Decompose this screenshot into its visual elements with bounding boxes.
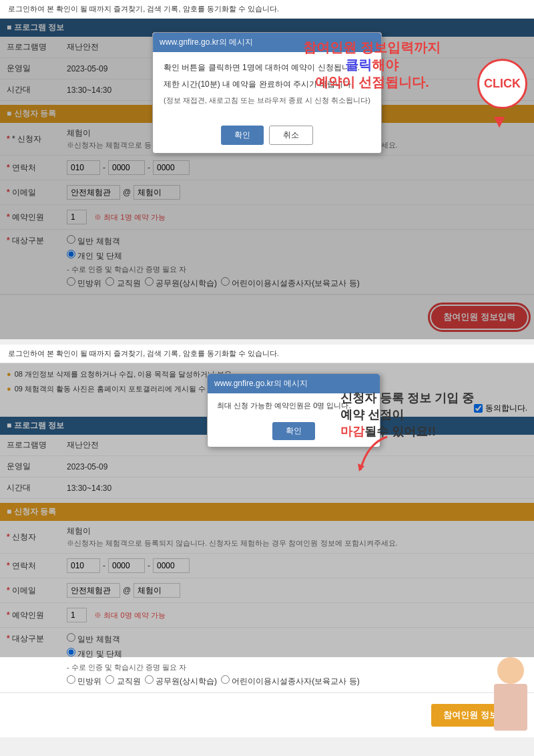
page-section-top: 로그인하여 본 확인이 될 때까지 즐겨찾기, 검색 기록, 암호를 동기화할 …	[0, 0, 534, 339]
modal2-confirm-button[interactable]: 확인	[272, 422, 315, 440]
woman-figure	[487, 657, 534, 737]
modal1-confirm-button[interactable]: 확인	[221, 126, 264, 145]
modal1-note: (정보 재접견, 새로고침 또는 브라우저 종료 시 신청 취소됩니다)	[164, 95, 370, 107]
annotation1-line2: 클릭	[345, 57, 372, 72]
curved-arrow-icon	[347, 430, 400, 486]
top-notice2: 로그인하여 본 확인이 될 때까지 즐겨찾기, 검색 기록, 암호를 동기화할 …	[0, 345, 534, 363]
annotation1-overlay: 참여인원 정보입력까지 클릭해야 예약이 선점됩니다.	[303, 39, 441, 91]
click-arrow-icon: ▼	[490, 111, 509, 132]
annotation1-line1: 참여인원 정보입력까지	[303, 39, 441, 56]
annotation1-line3: 예약이 선점됩니다.	[303, 73, 441, 91]
target2-official-label[interactable]: 공무원(상시학습)	[145, 675, 217, 687]
modal1-site: www.gnfire.go.kr의 메시지	[160, 37, 253, 48]
top-notice: 로그인하여 본 확인이 될 때까지 즐겨찾기, 검색 기록, 암호를 동기화할 …	[0, 0, 534, 19]
annotation2-line1: 신청자 등록 정보 기입 중	[340, 390, 474, 407]
modal2-site: www.gnfire.go.kr의 메시지	[214, 378, 308, 389]
modal1-overlay: www.gnfire.go.kr의 메시지 확인 버튼을 클릭하면 1명에 대하…	[0, 19, 534, 339]
click-label: CLICK	[484, 77, 521, 91]
annotation2-line2: 예약 선점이	[340, 407, 474, 423]
click-badge: CLICK	[477, 59, 527, 109]
target2-civil-label[interactable]: 민방위	[67, 675, 101, 687]
submit2-btn-area: 참여인원 정보입력	[0, 693, 534, 737]
target2-teacher-label[interactable]: 교직원	[105, 675, 140, 687]
modal1-footer: 확인 취소	[153, 120, 381, 153]
target2-suboption-row: 민방위 교직원 공무원(상시학습) 어린이이용시설종사자(보육교사 등)	[67, 675, 527, 687]
target2-childcare-label[interactable]: 어린이이용시설종사자(보육교사 등)	[221, 675, 360, 687]
page-section-bottom: 로그인하여 본 확인이 될 때까지 즐겨찾기, 검색 기록, 암호를 동기화할 …	[0, 345, 534, 737]
annotation1-line2b: 해야	[372, 57, 398, 72]
modal1-cancel-button[interactable]: 취소	[269, 126, 313, 145]
target2-sub: - 수로 인증 및 학습시간 증명 필요 자	[67, 663, 527, 673]
